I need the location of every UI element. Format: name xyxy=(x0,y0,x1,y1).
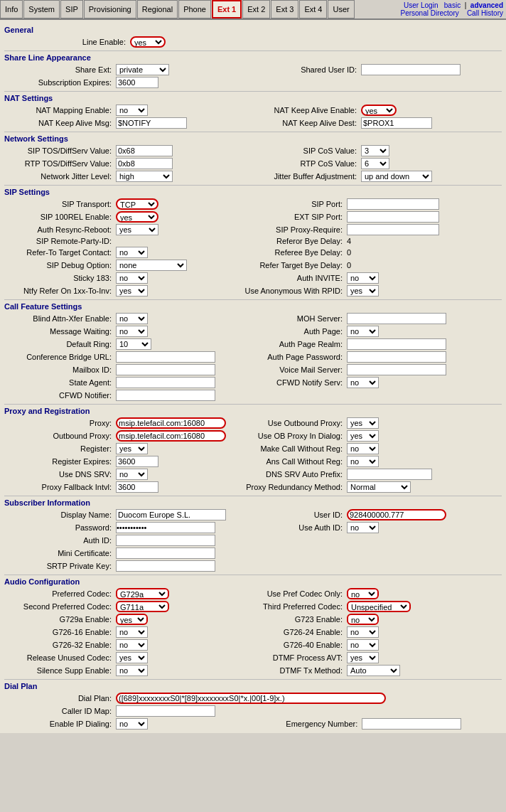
referor-bye-delay-value: 4 xyxy=(347,237,351,245)
blind-attn-select[interactable]: noyes xyxy=(116,313,148,324)
dtmf-tx-select[interactable]: Auto xyxy=(347,665,400,676)
tab-ext2[interactable]: Ext 2 xyxy=(242,0,270,18)
emergency-number-input[interactable] xyxy=(362,718,461,730)
tab-provisioning[interactable]: Provisioning xyxy=(84,0,136,18)
outbound-proxy-input[interactable] xyxy=(116,430,226,442)
password-input[interactable] xyxy=(116,522,215,533)
auth-id-input[interactable] xyxy=(116,535,215,546)
sip-proxy-require-input[interactable] xyxy=(347,224,439,235)
sip-transport-select[interactable]: TCPUDPTLS xyxy=(116,198,158,210)
ntfy-refer-select[interactable]: yesno xyxy=(116,285,148,297)
subscriber-section: Subscriber Information Display Name: Use… xyxy=(4,498,502,572)
g726-24-select[interactable]: noyes xyxy=(347,626,379,638)
cfwd-notifier-input[interactable] xyxy=(116,390,215,401)
nat-mapping-select[interactable]: noyes xyxy=(116,105,148,116)
mailbox-id-input[interactable] xyxy=(116,364,215,375)
sip-transport-label: SIP Transport: xyxy=(62,200,112,208)
state-agent-input[interactable] xyxy=(116,377,215,388)
nat-keepalive-msg-input[interactable] xyxy=(116,117,187,129)
cfwd-notify-serv-select[interactable]: noyes xyxy=(347,377,379,388)
g726-32-select[interactable]: noyes xyxy=(116,639,148,651)
auth-invite-select[interactable]: noyes xyxy=(347,272,379,284)
rtp-cos-select[interactable]: 6 xyxy=(361,158,389,169)
auth-resync-select[interactable]: yesno xyxy=(116,224,158,235)
proxy-input[interactable] xyxy=(116,417,226,429)
proxy-redundancy-select[interactable]: Normal xyxy=(347,481,411,493)
proxy-fallback-input[interactable] xyxy=(116,481,158,493)
g726-16-select[interactable]: noyes xyxy=(116,626,148,638)
use-pref-codec-select[interactable]: noyes xyxy=(347,588,379,599)
mini-certificate-input[interactable] xyxy=(116,547,215,559)
default-ring-select[interactable]: 10 xyxy=(116,338,151,350)
silence-supp-select[interactable]: noyes xyxy=(116,665,148,676)
display-name-input[interactable] xyxy=(116,509,226,520)
preferred-codec-select[interactable]: G729a xyxy=(116,588,169,599)
enable-ip-dialing-select[interactable]: noyes xyxy=(116,718,148,730)
tab-ext3[interactable]: Ext 3 xyxy=(271,0,298,18)
g723-enable-select[interactable]: noyes xyxy=(347,614,379,625)
ext-sip-port-input[interactable] xyxy=(347,211,439,223)
auth-page-select[interactable]: noyes xyxy=(347,326,379,337)
share-ext-select[interactable]: private xyxy=(116,64,169,75)
register-expires-input[interactable] xyxy=(116,456,158,467)
release-unused-select[interactable]: yesno xyxy=(116,652,148,663)
dtmf-avt-select[interactable]: yesno xyxy=(347,652,379,663)
caller-id-map-input[interactable] xyxy=(116,705,215,717)
use-anonymous-select[interactable]: yesno xyxy=(347,285,379,297)
tab-ext1[interactable]: Ext 1 xyxy=(212,0,242,18)
use-dns-srv-select[interactable]: noyes xyxy=(116,469,148,480)
second-preferred-select[interactable]: G711a xyxy=(116,601,169,612)
sip-debug-select[interactable]: none xyxy=(116,260,187,271)
moh-server-input[interactable] xyxy=(347,313,446,324)
dns-srv-auto-prefix-input[interactable] xyxy=(347,469,432,480)
advanced-link[interactable]: advanced xyxy=(470,1,503,9)
basic-link[interactable]: basic xyxy=(444,1,461,9)
sip-100rel-select[interactable]: yesno xyxy=(116,211,158,223)
network-jitter-select[interactable]: highlowmedium xyxy=(116,171,173,182)
srtp-private-key-input[interactable] xyxy=(116,560,215,572)
use-auth-id-select[interactable]: noyes xyxy=(347,522,379,533)
tab-system[interactable]: System xyxy=(23,0,60,18)
jitter-buffer-select[interactable]: up and down xyxy=(361,171,432,182)
tab-regional[interactable]: Regional xyxy=(137,0,178,18)
use-anonymous-label: Use Anonymous With RPID: xyxy=(244,287,343,295)
third-preferred-select[interactable]: Unspecified xyxy=(347,601,411,612)
dial-plan-input[interactable] xyxy=(116,693,386,704)
g726-40-select[interactable]: noyes xyxy=(347,639,379,651)
moh-server-label: MOH Server: xyxy=(297,314,343,323)
user-id-input[interactable] xyxy=(347,509,446,520)
refer-to-target-select[interactable]: noyes xyxy=(116,247,148,258)
referee-bye-delay-label: Referee Bye Delay: xyxy=(275,248,343,257)
message-waiting-select[interactable]: noyes xyxy=(116,326,148,337)
voice-mail-server-label: Voice Mail Server: xyxy=(279,365,343,374)
g729a-enable-select[interactable]: yesno xyxy=(116,614,148,625)
tab-user[interactable]: User xyxy=(328,0,354,18)
use-ob-proxy-select[interactable]: yesno xyxy=(347,430,379,442)
sip-port-input[interactable] xyxy=(347,198,439,210)
tab-phone[interactable]: Phone xyxy=(178,0,211,18)
user-login-link[interactable]: User Login xyxy=(404,1,438,9)
auth-page-realm-input[interactable] xyxy=(347,338,446,350)
personal-directory-link[interactable]: Personal Directory xyxy=(400,9,458,17)
register-select[interactable]: yesno xyxy=(116,443,148,454)
voice-mail-server-input[interactable] xyxy=(347,364,446,375)
subscription-expires-input[interactable] xyxy=(116,77,158,88)
tab-sip[interactable]: SIP xyxy=(60,0,83,18)
ans-call-without-select[interactable]: noyes xyxy=(347,456,379,467)
sip-cos-select[interactable]: 3 xyxy=(361,145,389,156)
conference-bridge-input[interactable] xyxy=(116,351,215,363)
sticky-183-select[interactable]: noyes xyxy=(116,272,148,284)
line-enable-select[interactable]: yesno xyxy=(130,36,166,48)
ntfy-refer-label: Ntfy Refer On 1xx-To-Inv: xyxy=(23,287,112,295)
auth-page-password-input[interactable] xyxy=(347,351,446,363)
rtp-tos-input[interactable] xyxy=(116,158,173,169)
make-call-without-select[interactable]: noyes xyxy=(347,443,379,454)
nat-keepalive-dest-input[interactable] xyxy=(361,117,432,129)
tab-ext4[interactable]: Ext 4 xyxy=(299,0,327,18)
shared-user-id-input[interactable] xyxy=(361,64,461,75)
sip-tos-input[interactable] xyxy=(116,145,173,156)
use-outbound-proxy-select[interactable]: yesno xyxy=(347,417,379,429)
call-history-link[interactable]: Call History xyxy=(467,9,503,17)
nat-keepalive-enable-select[interactable]: yesno xyxy=(361,105,397,116)
tab-info[interactable]: Info xyxy=(0,0,23,18)
